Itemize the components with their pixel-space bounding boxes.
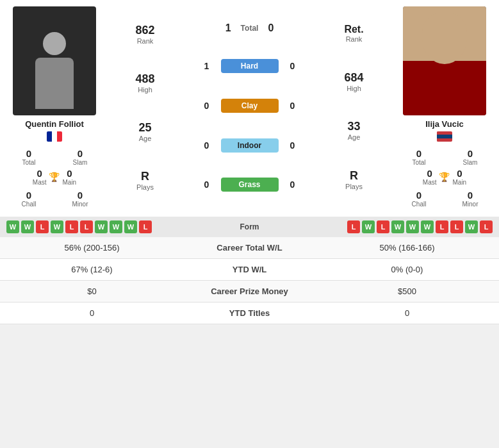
- stat-left-value: 0: [0, 303, 184, 324]
- left-player-name: Quentin Folliot: [25, 119, 84, 129]
- stat-left-value: 67% (12-6): [0, 259, 184, 281]
- stats-table: 56% (200-156)Career Total W/L50% (166-16…: [0, 237, 499, 324]
- left-slam-stat: 0 Slam: [58, 148, 102, 166]
- left-middle-stats: 862 Rank 488 High 25 Age R Plays: [108, 6, 182, 208]
- right-trophy-icon: 🏆: [439, 172, 450, 182]
- stat-right-value: $500: [315, 281, 499, 303]
- table-row: 56% (200-156)Career Total W/L50% (166-16…: [0, 237, 499, 259]
- right-form-badge-w: W: [391, 220, 404, 233]
- right-player-name: Ilija Vucic: [425, 119, 464, 129]
- stat-right-value: 50% (166-166): [315, 237, 499, 259]
- hard-surface-row: 1 Hard 0: [200, 59, 299, 73]
- total-row: 1 Total 0: [225, 22, 274, 34]
- left-form-badge-w: W: [6, 220, 19, 233]
- left-form-badge-l: L: [139, 220, 152, 233]
- left-chall-stat: 0 Chall: [6, 190, 51, 208]
- left-plays-stat: R Plays: [136, 170, 154, 191]
- right-minor-stat: 0 Minor: [448, 190, 493, 208]
- right-high-stat: 684 High: [344, 71, 363, 92]
- stat-right-value: 0% (0-0): [315, 259, 499, 281]
- left-form-badge-w: W: [110, 220, 122, 233]
- right-form-badge-w: W: [465, 220, 478, 233]
- left-form-badges: WWLWLLWWWL: [6, 220, 227, 233]
- form-label: Form: [231, 222, 269, 231]
- left-high-stat: 488 High: [135, 72, 154, 94]
- stat-center-label: YTD W/L: [184, 259, 315, 281]
- table-row: 0YTD Titles0: [0, 303, 499, 324]
- form-section: WWLWLLWWWL Form LWLWWWLLWL: [0, 217, 499, 237]
- hard-button[interactable]: Hard: [221, 59, 279, 73]
- right-form-badge-w: W: [421, 220, 434, 233]
- left-form-badge-w: W: [21, 220, 34, 233]
- grass-button[interactable]: Grass: [221, 178, 279, 192]
- left-form-badge-l: L: [65, 220, 78, 233]
- left-player-card: Quentin Folliot 0 Total 0 Slam 0: [3, 6, 106, 208]
- left-player-photo: [13, 6, 96, 115]
- right-player-card: Ilija Vucic 0 Total 0 Slam 0 Mast: [393, 6, 496, 208]
- right-middle-stats: Ret. Rank 684 High 33 Age R Plays: [317, 6, 391, 208]
- stat-left-value: 56% (200-156): [0, 237, 184, 259]
- right-form-badge-w: W: [362, 220, 375, 233]
- france-flag: [47, 131, 62, 142]
- left-minor-stat: 0 Minor: [58, 190, 102, 208]
- left-form-badge-l: L: [80, 220, 93, 233]
- left-form-badge-l: L: [36, 220, 49, 233]
- right-age-stat: 33 Age: [347, 120, 360, 141]
- left-trophy-row: 0 Mast 🏆 0 Main: [33, 168, 76, 186]
- right-slam-stat: 0 Slam: [448, 148, 493, 166]
- table-row: $0Career Prize Money$500: [0, 281, 499, 303]
- center-match: 1 Total 0 1 Hard 0 0 Clay 0 0 Indoor 0: [184, 6, 315, 208]
- right-form-badge-l: L: [480, 220, 493, 233]
- left-player-silhouette: [29, 26, 80, 115]
- right-form-badge-l: L: [450, 220, 463, 233]
- silhouette-body: [35, 58, 74, 109]
- right-chall-stat: 0 Chall: [397, 190, 441, 208]
- indoor-surface-row: 0 Indoor 0: [200, 138, 299, 153]
- grass-surface-row: 0 Grass 0: [200, 178, 299, 192]
- players-section: Quentin Folliot 0 Total 0 Slam 0: [0, 0, 499, 214]
- left-mast-stat: 0 Mast: [33, 168, 47, 186]
- right-player-stats-2: 0 Chall 0 Minor: [393, 190, 496, 208]
- left-rank-stat: 862 Rank: [135, 24, 154, 45]
- serbia-flag: [437, 131, 452, 142]
- left-total-stat: 0 Total: [6, 148, 51, 166]
- left-age-stat: 25 Age: [138, 121, 151, 142]
- right-mast-stat: 0 Mast: [423, 168, 437, 186]
- table-row: 67% (12-6)YTD W/L0% (0-0): [0, 259, 499, 281]
- stat-center-label: Career Prize Money: [184, 281, 315, 303]
- left-player-stats: 0 Total 0 Slam: [3, 148, 106, 166]
- clay-button[interactable]: Clay: [221, 99, 279, 113]
- right-player-stats: 0 Total 0 Slam: [393, 148, 496, 166]
- stat-left-value: $0: [0, 281, 184, 303]
- indoor-button[interactable]: Indoor: [221, 138, 279, 153]
- right-player-photo: [403, 6, 486, 115]
- left-form-badge-w: W: [51, 220, 63, 233]
- right-total-stat: 0 Total: [397, 148, 441, 166]
- left-main-stat: 0 Main: [62, 168, 76, 186]
- left-form-badge-w: W: [124, 220, 137, 233]
- right-form-badge-w: W: [406, 220, 419, 233]
- right-trophy-row: 0 Mast 🏆 0 Main: [423, 168, 466, 186]
- right-form-badge-l: L: [436, 220, 448, 233]
- left-trophy-icon: 🏆: [49, 172, 60, 182]
- stat-center-label: YTD Titles: [184, 303, 315, 324]
- right-player-image: [403, 6, 486, 115]
- stat-right-value: 0: [315, 303, 499, 324]
- main-container: Quentin Folliot 0 Total 0 Slam 0: [0, 0, 499, 324]
- right-main-stat: 0 Main: [452, 168, 466, 186]
- stat-center-label: Career Total W/L: [184, 237, 315, 259]
- right-plays-stat: R Plays: [345, 169, 363, 190]
- right-form-badge-l: L: [377, 220, 389, 233]
- silhouette-head: [43, 32, 66, 55]
- left-player-stats-2: 0 Chall 0 Minor: [3, 190, 106, 208]
- clay-surface-row: 0 Clay 0: [200, 99, 299, 113]
- right-rank-stat: Ret. Rank: [344, 24, 363, 43]
- right-form-badge-l: L: [347, 220, 360, 233]
- right-form-badges: LWLWWWLLWL: [272, 220, 493, 233]
- left-form-badge-w: W: [95, 220, 108, 233]
